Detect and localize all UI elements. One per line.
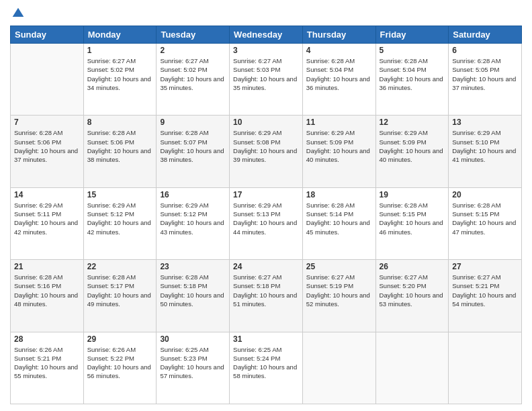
- day-number: 19: [380, 190, 445, 199]
- day-info: Sunrise: 6:27 AMSunset: 5:02 PMDaylight:…: [87, 56, 153, 92]
- day-info: Sunrise: 6:28 AMSunset: 5:15 PMDaylight:…: [452, 201, 518, 236]
- calendar-cell: 10Sunrise: 6:29 AMSunset: 5:08 PMDayligh…: [230, 116, 303, 187]
- day-info: Sunrise: 6:26 AMSunset: 5:21 PMDaylight:…: [14, 345, 80, 381]
- day-number: 26: [380, 262, 445, 271]
- day-number: 1: [87, 46, 153, 55]
- day-number: 9: [160, 118, 226, 127]
- day-number: 24: [233, 262, 299, 271]
- calendar-week-row: 14Sunrise: 6:29 AMSunset: 5:11 PMDayligh…: [11, 187, 522, 259]
- column-header-saturday: Saturday: [449, 26, 522, 44]
- day-info: Sunrise: 6:28 AMSunset: 5:17 PMDaylight:…: [87, 273, 153, 308]
- calendar-cell: 12Sunrise: 6:29 AMSunset: 5:09 PMDayligh…: [375, 116, 449, 187]
- day-number: 10: [233, 118, 299, 127]
- calendar-cell: [302, 332, 375, 404]
- day-number: 8: [87, 118, 153, 127]
- day-info: Sunrise: 6:28 AMSunset: 5:14 PMDaylight:…: [306, 201, 372, 236]
- calendar-cell: 28Sunrise: 6:26 AMSunset: 5:21 PMDayligh…: [11, 332, 84, 404]
- calendar-table: SundayMondayTuesdayWednesdayThursdayFrid…: [10, 26, 522, 404]
- day-info: Sunrise: 6:27 AMSunset: 5:02 PMDaylight:…: [160, 56, 226, 92]
- header: [10, 7, 522, 20]
- calendar-header-row: SundayMondayTuesdayWednesdayThursdayFrid…: [11, 26, 522, 44]
- calendar-cell: 6Sunrise: 6:28 AMSunset: 5:05 PMDaylight…: [449, 44, 522, 116]
- calendar-cell: 25Sunrise: 6:27 AMSunset: 5:19 PMDayligh…: [302, 260, 375, 332]
- page: SundayMondayTuesdayWednesdayThursdayFrid…: [0, 0, 532, 411]
- calendar-cell: 31Sunrise: 6:25 AMSunset: 5:24 PMDayligh…: [230, 332, 303, 404]
- calendar-cell: 26Sunrise: 6:27 AMSunset: 5:20 PMDayligh…: [375, 260, 449, 332]
- day-number: 23: [160, 262, 226, 271]
- day-info: Sunrise: 6:29 AMSunset: 5:13 PMDaylight:…: [233, 201, 299, 236]
- day-number: 30: [160, 334, 226, 344]
- calendar-cell: 5Sunrise: 6:28 AMSunset: 5:04 PMDaylight…: [375, 44, 449, 116]
- svg-marker-0: [13, 8, 24, 17]
- day-info: Sunrise: 6:27 AMSunset: 5:18 PMDaylight:…: [233, 273, 299, 308]
- day-info: Sunrise: 6:28 AMSunset: 5:07 PMDaylight:…: [160, 128, 226, 164]
- day-number: 7: [14, 118, 80, 127]
- day-number: 2: [160, 46, 226, 55]
- day-info: Sunrise: 6:28 AMSunset: 5:04 PMDaylight:…: [380, 56, 445, 92]
- calendar-cell: 21Sunrise: 6:28 AMSunset: 5:16 PMDayligh…: [11, 260, 84, 332]
- day-info: Sunrise: 6:29 AMSunset: 5:08 PMDaylight:…: [233, 128, 299, 164]
- calendar-cell: 2Sunrise: 6:27 AMSunset: 5:02 PMDaylight…: [157, 44, 230, 116]
- calendar-cell: 9Sunrise: 6:28 AMSunset: 5:07 PMDaylight…: [157, 116, 230, 187]
- day-number: 5: [380, 46, 445, 55]
- calendar-cell: 15Sunrise: 6:29 AMSunset: 5:12 PMDayligh…: [83, 187, 157, 259]
- day-info: Sunrise: 6:28 AMSunset: 5:15 PMDaylight:…: [380, 201, 445, 236]
- day-info: Sunrise: 6:29 AMSunset: 5:11 PMDaylight:…: [14, 201, 80, 236]
- calendar-cell: 17Sunrise: 6:29 AMSunset: 5:13 PMDayligh…: [230, 187, 303, 259]
- column-header-thursday: Thursday: [302, 26, 375, 44]
- day-info: Sunrise: 6:28 AMSunset: 5:04 PMDaylight:…: [306, 56, 372, 92]
- column-header-wednesday: Wednesday: [230, 26, 303, 44]
- day-number: 20: [452, 190, 518, 199]
- day-info: Sunrise: 6:25 AMSunset: 5:24 PMDaylight:…: [233, 345, 299, 381]
- day-info: Sunrise: 6:27 AMSunset: 5:20 PMDaylight:…: [380, 273, 445, 308]
- calendar-cell: 1Sunrise: 6:27 AMSunset: 5:02 PMDaylight…: [83, 44, 157, 116]
- calendar-week-row: 21Sunrise: 6:28 AMSunset: 5:16 PMDayligh…: [11, 260, 522, 332]
- calendar-cell: 16Sunrise: 6:29 AMSunset: 5:12 PMDayligh…: [157, 187, 230, 259]
- day-info: Sunrise: 6:28 AMSunset: 5:16 PMDaylight:…: [14, 273, 80, 308]
- day-number: 11: [306, 118, 372, 127]
- logo-icon: [11, 7, 25, 20]
- day-number: 14: [14, 190, 80, 199]
- day-number: 3: [233, 46, 299, 55]
- day-info: Sunrise: 6:28 AMSunset: 5:05 PMDaylight:…: [452, 56, 518, 92]
- logo: [10, 7, 25, 20]
- day-number: 25: [306, 262, 372, 271]
- day-number: 16: [160, 190, 226, 199]
- calendar-cell: 29Sunrise: 6:26 AMSunset: 5:22 PMDayligh…: [83, 332, 157, 404]
- calendar-cell: 24Sunrise: 6:27 AMSunset: 5:18 PMDayligh…: [230, 260, 303, 332]
- calendar-cell: 14Sunrise: 6:29 AMSunset: 5:11 PMDayligh…: [11, 187, 84, 259]
- day-number: 28: [14, 334, 80, 344]
- day-info: Sunrise: 6:27 AMSunset: 5:19 PMDaylight:…: [306, 273, 372, 308]
- column-header-sunday: Sunday: [11, 26, 84, 44]
- calendar-cell: 11Sunrise: 6:29 AMSunset: 5:09 PMDayligh…: [302, 116, 375, 187]
- day-number: 6: [452, 46, 518, 55]
- day-number: 13: [452, 118, 518, 127]
- day-info: Sunrise: 6:29 AMSunset: 5:10 PMDaylight:…: [452, 128, 518, 164]
- day-number: 27: [452, 262, 518, 271]
- column-header-monday: Monday: [83, 26, 157, 44]
- day-info: Sunrise: 6:29 AMSunset: 5:12 PMDaylight:…: [87, 201, 153, 236]
- day-info: Sunrise: 6:29 AMSunset: 5:09 PMDaylight:…: [380, 128, 445, 164]
- day-info: Sunrise: 6:28 AMSunset: 5:06 PMDaylight:…: [87, 128, 153, 164]
- calendar-cell: 4Sunrise: 6:28 AMSunset: 5:04 PMDaylight…: [302, 44, 375, 116]
- day-info: Sunrise: 6:26 AMSunset: 5:22 PMDaylight:…: [87, 345, 153, 381]
- calendar-week-row: 28Sunrise: 6:26 AMSunset: 5:21 PMDayligh…: [11, 332, 522, 404]
- day-info: Sunrise: 6:28 AMSunset: 5:18 PMDaylight:…: [160, 273, 226, 308]
- day-number: 22: [87, 262, 153, 271]
- calendar-cell: 23Sunrise: 6:28 AMSunset: 5:18 PMDayligh…: [157, 260, 230, 332]
- calendar-cell: 3Sunrise: 6:27 AMSunset: 5:03 PMDaylight…: [230, 44, 303, 116]
- day-number: 18: [306, 190, 372, 199]
- calendar-cell: 19Sunrise: 6:28 AMSunset: 5:15 PMDayligh…: [375, 187, 449, 259]
- calendar-cell: 30Sunrise: 6:25 AMSunset: 5:23 PMDayligh…: [157, 332, 230, 404]
- calendar-cell: 8Sunrise: 6:28 AMSunset: 5:06 PMDaylight…: [83, 116, 157, 187]
- calendar-cell: [11, 44, 84, 116]
- day-number: 15: [87, 190, 153, 199]
- calendar-week-row: 1Sunrise: 6:27 AMSunset: 5:02 PMDaylight…: [11, 44, 522, 116]
- day-info: Sunrise: 6:29 AMSunset: 5:09 PMDaylight:…: [306, 128, 372, 164]
- day-number: 4: [306, 46, 372, 55]
- day-info: Sunrise: 6:25 AMSunset: 5:23 PMDaylight:…: [160, 345, 226, 381]
- day-number: 12: [380, 118, 445, 127]
- day-number: 29: [87, 334, 153, 344]
- column-header-tuesday: Tuesday: [157, 26, 230, 44]
- calendar-cell: [449, 332, 522, 404]
